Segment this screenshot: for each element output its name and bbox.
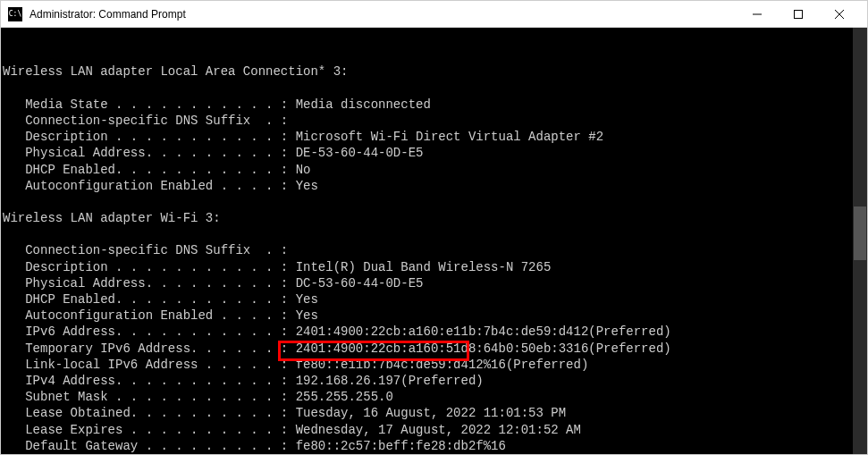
- minimize-button[interactable]: [737, 1, 778, 28]
- terminal-line: Description . . . . . . . . . . . : Micr…: [3, 129, 867, 145]
- terminal-line: Physical Address. . . . . . . . . : DC-5…: [3, 275, 867, 291]
- terminal-line: DHCP Enabled. . . . . . . . . . . : No: [3, 162, 867, 178]
- terminal-line: Wireless LAN adapter Wi-Fi 3:: [3, 210, 867, 226]
- terminal-scrollbar[interactable]: [853, 28, 867, 454]
- window-title: Administrator: Command Prompt: [29, 8, 737, 21]
- terminal-output[interactable]: Wireless LAN adapter Local Area Connecti…: [1, 28, 867, 454]
- scrollbar-thumb[interactable]: [854, 206, 866, 260]
- terminal-content: Wireless LAN adapter Local Area Connecti…: [3, 63, 867, 454]
- terminal-line: Description . . . . . . . . . . . : Inte…: [3, 259, 867, 275]
- terminal-line: Media State . . . . . . . . . . . : Medi…: [3, 97, 867, 113]
- titlebar[interactable]: C:\ Administrator: Command Prompt: [1, 1, 867, 28]
- terminal-line: DHCP Enabled. . . . . . . . . . . : Yes: [3, 291, 867, 308]
- svg-rect-1: [795, 10, 803, 18]
- terminal-line: Temporary IPv6 Address. . . . . . : 2401…: [3, 341, 867, 357]
- terminal-line: Default Gateway . . . . . . . . . : fe80…: [3, 438, 867, 454]
- terminal-line: Wireless LAN adapter Local Area Connecti…: [3, 63, 867, 80]
- cmd-icon: C:\: [8, 7, 22, 21]
- terminal-line: [3, 80, 867, 97]
- terminal-line: IPv6 Address. . . . . . . . . . . : 2401…: [3, 324, 867, 340]
- terminal-line: Autoconfiguration Enabled . . . . : Yes: [3, 178, 867, 194]
- maximize-button[interactable]: [778, 1, 819, 28]
- terminal-line: Lease Obtained. . . . . . . . . . : Tues…: [3, 405, 867, 421]
- terminal-line: Connection-specific DNS Suffix . :: [3, 242, 867, 258]
- window-controls: [737, 1, 860, 28]
- terminal-line: [3, 226, 867, 242]
- terminal-line: Link-local IPv6 Address . . . . . : fe80…: [3, 357, 867, 373]
- terminal-line: Connection-specific DNS Suffix . :: [3, 113, 867, 129]
- command-prompt-window: C:\ Administrator: Command Prompt Wirele…: [0, 0, 868, 455]
- terminal-line: Autoconfiguration Enabled . . . . : Yes: [3, 308, 867, 324]
- terminal-line: Subnet Mask . . . . . . . . . . . : 255.…: [3, 389, 867, 405]
- terminal-line: Physical Address. . . . . . . . . : DE-5…: [3, 145, 867, 161]
- terminal-line: [3, 194, 867, 210]
- terminal-line: IPv4 Address. . . . . . . . . . . : 192.…: [3, 373, 867, 389]
- terminal-line: Lease Expires . . . . . . . . . . : Wedn…: [3, 422, 867, 438]
- close-button[interactable]: [819, 1, 860, 28]
